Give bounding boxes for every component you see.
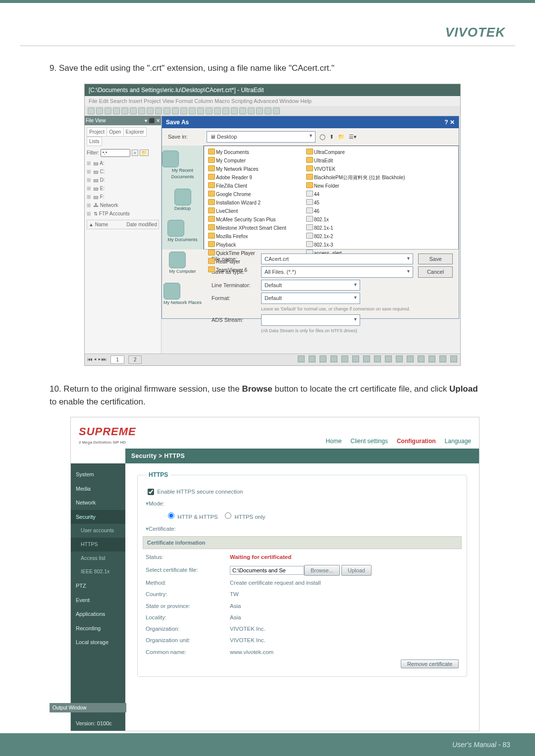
- browse-button[interactable]: Browse...: [304, 565, 340, 576]
- file-item[interactable]: BlackholePM公用資料夾 (位於 Blackhole): [306, 173, 405, 182]
- supreme-logo: SUPREME2 Mega Definition SIP HD: [79, 423, 136, 446]
- sidebar-item[interactable]: Security: [71, 510, 125, 524]
- folder-icon[interactable]: 📁: [140, 150, 149, 156]
- tab-project[interactable]: Project: [87, 127, 107, 137]
- file-item[interactable]: My Computer: [208, 156, 286, 165]
- tab-explorer[interactable]: Explorer: [123, 127, 147, 137]
- places-bar[interactable]: My Recent Documents Desktop My Documents…: [162, 146, 204, 250]
- nav-home[interactable]: Home: [326, 437, 342, 446]
- recent-icon[interactable]: [162, 151, 179, 167]
- sidebar-item[interactable]: PTZ: [71, 579, 125, 593]
- file-item[interactable]: My Documents: [208, 148, 286, 156]
- mode-https-only[interactable]: [225, 512, 231, 519]
- dialog-close-icon[interactable]: ? ✕: [444, 118, 455, 127]
- tab-lists[interactable]: Lists: [87, 137, 102, 146]
- sidebar[interactable]: SystemMediaNetworkSecurityUser accountsH…: [71, 463, 125, 691]
- file-item[interactable]: My Network Places: [208, 165, 286, 173]
- file-explorer-panel[interactable]: File View ▾ ⬛ ✕ ProjectOpenExplorerLists…: [85, 116, 161, 353]
- drive-item[interactable]: 🖴 A:: [87, 159, 159, 167]
- mode-http-https[interactable]: [168, 512, 174, 519]
- desktop-icon[interactable]: [174, 189, 191, 205]
- view-icon[interactable]: ☰▾: [349, 133, 357, 141]
- file-item[interactable]: 802.1x-1: [306, 224, 405, 232]
- step-10: 10. Return to the original firmware sess…: [50, 383, 485, 408]
- file-item[interactable]: 802.1x-3: [306, 241, 405, 249]
- sidebar-item[interactable]: Network: [71, 496, 125, 510]
- brand-label: VIVOTEK: [445, 25, 505, 40]
- save-button[interactable]: Save: [418, 253, 453, 265]
- mode-disclosure[interactable]: Mode:: [146, 500, 459, 508]
- cert-status: Waiting for certificated: [230, 553, 291, 561]
- sidebar-item[interactable]: HTTPS: [71, 538, 125, 552]
- drive-item[interactable]: 🖴 D:: [87, 176, 159, 184]
- mydocs-icon[interactable]: [167, 220, 184, 237]
- cert-row: Locality:Asia: [146, 613, 459, 622]
- cert-disclosure[interactable]: Certificate:: [146, 525, 459, 533]
- https-legend: HTTPS: [146, 470, 171, 479]
- file-item[interactable]: 802.1x: [306, 215, 405, 224]
- file-item[interactable]: 45: [306, 199, 405, 207]
- sidebar-item[interactable]: Local storage: [71, 635, 125, 650]
- format-dropdown[interactable]: Default: [261, 293, 360, 304]
- file-item[interactable]: FileZilla Client: [208, 182, 286, 190]
- up-icon[interactable]: ⬆: [329, 133, 334, 141]
- sidebar-item[interactable]: User accounts: [71, 524, 125, 538]
- sidebar-item[interactable]: System: [71, 467, 125, 482]
- save-as-dialog: Save As? ✕ Save in: 🖥 Desktop ◯ ⬆ 📁 ☰▾ M…: [161, 116, 459, 319]
- cancel-button[interactable]: Cancel: [418, 266, 453, 278]
- netplaces-icon[interactable]: [163, 283, 180, 300]
- ads-dropdown[interactable]: [261, 314, 360, 326]
- editor-title: [C:\Documents and Settings\eric.lu\Deskt…: [85, 84, 460, 96]
- sidebar-item[interactable]: IEEE 802.1x: [71, 565, 125, 579]
- file-item[interactable]: UltraEdit: [306, 156, 405, 165]
- drive-item[interactable]: 🖴 C:: [87, 167, 159, 176]
- tab-open[interactable]: Open: [107, 127, 123, 137]
- file-item[interactable]: McAfee Security Scan Plus: [208, 215, 286, 224]
- nav-client[interactable]: Client settings: [351, 437, 388, 446]
- sidebar-item[interactable]: Applications: [71, 607, 125, 621]
- sidebar-item[interactable]: Recording: [71, 621, 125, 636]
- file-item[interactable]: Google Chrome: [208, 190, 286, 199]
- nav-language[interactable]: Language: [445, 437, 471, 446]
- drive-item[interactable]: 🖧 Network: [87, 201, 159, 209]
- file-list[interactable]: My DocumentsMy ComputerMy Network Places…: [204, 146, 459, 250]
- file-item[interactable]: Milestone XProtect Smart Client: [208, 224, 286, 232]
- filter-input[interactable]: [101, 149, 130, 157]
- drive-item[interactable]: ⇅ FTP Accounts: [87, 209, 159, 218]
- file-item[interactable]: Adobe Reader 9: [208, 173, 286, 182]
- file-item[interactable]: 44: [306, 190, 405, 199]
- drive-item[interactable]: 🖴 E:: [87, 184, 159, 193]
- sidebar-item[interactable]: Event: [71, 593, 125, 607]
- file-item[interactable]: 46: [306, 207, 405, 215]
- drive-item[interactable]: 🖴 F:: [87, 193, 159, 201]
- file-item[interactable]: New Folder: [306, 182, 405, 190]
- output-window[interactable]: Output Window: [50, 703, 126, 712]
- filename-input[interactable]: CAcert.crt: [261, 253, 413, 265]
- upload-button[interactable]: Upload: [341, 565, 372, 576]
- file-item[interactable]: LiveClient: [208, 207, 286, 215]
- file-item[interactable]: Playback: [208, 241, 286, 249]
- savein-dropdown[interactable]: 🖥 Desktop: [207, 131, 316, 143]
- file-item[interactable]: Mozilla Firefox: [208, 232, 286, 241]
- enable-https-checkbox[interactable]: [148, 489, 154, 495]
- lineterm-dropdown[interactable]: Default: [261, 280, 360, 291]
- editor-toolbar[interactable]: [85, 106, 460, 116]
- remove-cert-button[interactable]: Remove certificate: [401, 659, 459, 668]
- newfolder-icon[interactable]: 📁: [338, 133, 345, 141]
- mycomp-icon[interactable]: [169, 252, 186, 268]
- sidebar-item[interactable]: Access list: [71, 552, 125, 565]
- sidebar-item[interactable]: Media: [71, 482, 125, 496]
- breadcrumb: Security > HTTPS: [125, 449, 479, 463]
- file-item[interactable]: 802.1x-2: [306, 232, 405, 241]
- nav-config[interactable]: Configuration: [397, 437, 436, 446]
- ads-hint: (Alt Data Stream is only for files on NT…: [212, 328, 453, 335]
- file-item[interactable]: UltraCompare: [306, 148, 405, 156]
- dialog-title: Save As: [166, 118, 189, 127]
- cert-file-input[interactable]: [230, 566, 304, 575]
- savetype-dropdown[interactable]: All Files. (*.*): [261, 266, 413, 278]
- back-icon[interactable]: ◯: [320, 133, 325, 141]
- go-icon[interactable]: »: [132, 150, 139, 156]
- editor-menubar[interactable]: File Edit Search Insert Project View For…: [85, 96, 460, 106]
- file-item[interactable]: Installation Wizard 2: [208, 199, 286, 207]
- file-item[interactable]: VIVOTEK: [306, 165, 405, 173]
